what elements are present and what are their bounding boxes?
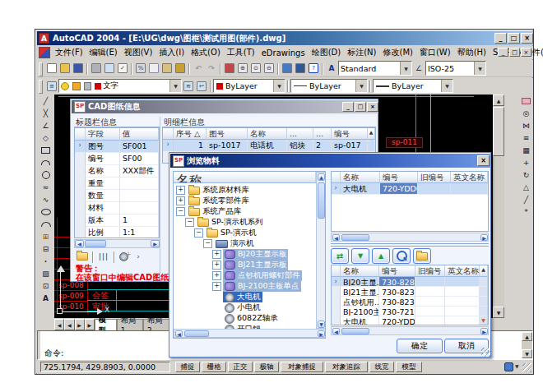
scroll-down-icon[interactable] xyxy=(522,349,532,358)
make-block-icon[interactable] xyxy=(39,242,53,255)
scroll-down-icon[interactable] xyxy=(318,321,325,328)
menu-tools[interactable]: 工具(T) xyxy=(224,46,258,59)
tab-model[interactable]: 模型 xyxy=(95,319,117,330)
lineweight-combo[interactable]: ByLayer xyxy=(373,79,453,93)
command-grab-bar[interactable] xyxy=(38,331,40,359)
title-block-grid[interactable]: 字段 值 图号 SF001 编号 SF00 名称 XXX部件 重量 xyxy=(74,127,160,238)
region-icon[interactable] xyxy=(39,279,53,292)
open-icon[interactable] xyxy=(58,62,72,75)
scroll-up-icon[interactable] xyxy=(493,95,504,106)
column-header-ellipsis2[interactable]: ... xyxy=(313,128,332,140)
preview-icon[interactable] xyxy=(103,62,116,75)
table-row[interactable]: BJ20主显... 730-8280... xyxy=(332,277,488,287)
tree-item[interactable]: 点钞机用螺钉部件 xyxy=(212,270,302,281)
table-row[interactable]: 版本 1 xyxy=(75,214,159,227)
expander-icon[interactable] xyxy=(176,186,185,195)
column-header-engname[interactable]: 英文名称 xyxy=(445,265,480,277)
cad-info-title-bar[interactable]: SP CAD图纸信息 xyxy=(72,100,378,113)
combo-arrow-icon[interactable] xyxy=(441,80,452,92)
expander-icon[interactable] xyxy=(212,282,221,291)
hatch-icon[interactable] xyxy=(39,267,53,279)
tree-vscrollbar[interactable] xyxy=(316,172,326,329)
tree-item[interactable]: 系统原材料库 xyxy=(176,185,251,196)
scroll-right-icon[interactable] xyxy=(480,328,488,334)
point-icon[interactable] xyxy=(39,255,53,267)
table-row[interactable]: 重量 xyxy=(75,178,159,190)
combo-arrow-icon[interactable] xyxy=(474,62,485,75)
plot-icon[interactable] xyxy=(90,62,103,75)
scroll-thumb[interactable] xyxy=(184,330,209,337)
zoom-window-icon[interactable]: ⊙ xyxy=(249,62,262,75)
trim-icon[interactable] xyxy=(520,193,533,205)
rectangle-icon[interactable] xyxy=(39,144,53,156)
construction-line-icon[interactable] xyxy=(39,107,53,119)
column-header-oldcode[interactable]: 旧编号 xyxy=(418,172,451,183)
combo-arrow-icon[interactable] xyxy=(355,80,367,92)
dialog-minimize-button[interactable] xyxy=(342,102,354,112)
column-header-engname[interactable]: 英文名称 xyxy=(451,172,488,183)
undo-icon[interactable] xyxy=(192,62,205,75)
status-grid-button[interactable]: 栅格 xyxy=(202,362,226,372)
status-ortho-button[interactable]: 正交 xyxy=(228,362,253,372)
layer-lock-icon[interactable] xyxy=(84,82,91,90)
layer-combo[interactable]: 文字 xyxy=(58,79,182,93)
scale-icon[interactable] xyxy=(520,181,533,193)
polyline-icon[interactable] xyxy=(39,119,53,131)
polygon-icon[interactable] xyxy=(39,131,53,144)
tree-item[interactable]: SP-演示机 xyxy=(194,228,258,238)
field-value[interactable]: SF00 xyxy=(120,153,159,165)
line-icon[interactable] xyxy=(39,95,53,107)
mirror-icon[interactable] xyxy=(520,119,533,131)
ellipse-arc-icon[interactable] xyxy=(39,218,53,230)
table-row[interactable]: 材料 xyxy=(75,202,159,214)
search-icon[interactable] xyxy=(392,248,411,264)
field-value[interactable] xyxy=(120,178,159,190)
rotate-icon[interactable] xyxy=(520,168,533,181)
linetype-combo[interactable]: ByLayer xyxy=(290,79,368,93)
tree-item-label[interactable]: BJ-2100主板单点 xyxy=(238,281,299,292)
tree-hscrollbar[interactable] xyxy=(174,329,326,338)
combo-arrow-icon[interactable] xyxy=(273,80,285,92)
cut-icon[interactable]: % xyxy=(134,62,147,75)
copy-object-icon[interactable] xyxy=(520,107,533,119)
tree-item[interactable]: BJ-2100主板单点 xyxy=(212,281,301,292)
column-header-drawno[interactable]: 图号 xyxy=(207,128,248,140)
field-value[interactable]: SF001 xyxy=(120,141,159,153)
menu-format[interactable]: 格式(O) xyxy=(188,46,224,59)
first-tab-icon[interactable] xyxy=(54,319,64,330)
menu-edrawings[interactable]: eDrawings xyxy=(258,48,309,58)
field-value[interactable]: 1 xyxy=(120,214,159,227)
scroll-left-icon[interactable] xyxy=(332,234,340,241)
ok-button[interactable]: 确定 xyxy=(397,339,443,353)
communication-center-icon[interactable] xyxy=(504,362,513,371)
paste-icon[interactable] xyxy=(160,62,174,75)
field-value[interactable] xyxy=(120,190,159,202)
tree-item-label[interactable]: 系统产品库 xyxy=(202,206,242,217)
menu-edit[interactable]: 编辑(E) xyxy=(86,46,121,59)
tree-item[interactable]: 6082Z轴承 xyxy=(212,313,280,324)
tree-item[interactable]: 演示机 xyxy=(203,238,256,249)
title-bar[interactable]: A AutoCAD 2004 - [E:\UG\dwg\图框\测试用图(部件).… xyxy=(37,31,533,45)
dialog-resize-grip[interactable] xyxy=(481,348,490,357)
make-layer-current-icon[interactable]: ≋ xyxy=(182,80,195,92)
redo-icon[interactable] xyxy=(205,62,218,75)
status-osnap-button[interactable]: 对象捕捉 xyxy=(281,362,323,372)
offset-icon[interactable] xyxy=(520,131,533,144)
settings-gear-icon[interactable]: + xyxy=(117,251,133,263)
panel-splitter[interactable] xyxy=(331,246,489,247)
tree-column-header[interactable]: 名称 xyxy=(174,172,316,183)
column-header-code[interactable]: 编号 xyxy=(380,172,418,183)
detail-bars-icon[interactable]: ||| xyxy=(95,251,112,263)
tab-layout2[interactable]: 布局2 xyxy=(143,319,169,330)
tree-item-label[interactable]: 大电机 xyxy=(237,292,261,302)
table-row[interactable]: 数量 xyxy=(75,190,159,202)
erase-icon[interactable] xyxy=(520,95,533,107)
expander-icon[interactable] xyxy=(176,207,185,216)
table-row[interactable]: 图号 SF001 xyxy=(75,141,159,153)
spline-icon[interactable] xyxy=(39,193,53,205)
tree-item-label[interactable]: 系统原材料库 xyxy=(202,185,249,196)
menu-insert[interactable]: 插入(I) xyxy=(155,46,188,59)
menu-modify[interactable]: 修改(M) xyxy=(379,46,415,59)
tree-item-label[interactable]: 演示机 xyxy=(230,238,254,249)
table-row[interactable]: 大电机 720-YDD0... xyxy=(332,183,488,195)
